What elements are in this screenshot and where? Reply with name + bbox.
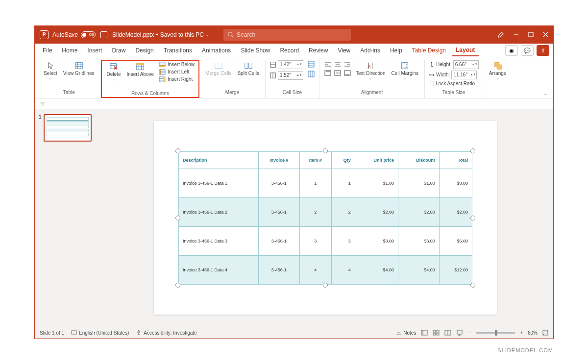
resize-handle[interactable]	[323, 283, 328, 288]
table-header[interactable]: Total	[439, 151, 472, 169]
table-cell[interactable]: $3.00	[398, 226, 440, 255]
table-header[interactable]: Item #	[299, 151, 331, 169]
align-left-icon[interactable]	[323, 60, 332, 68]
split-cells-button[interactable]: Split Cells	[235, 60, 261, 77]
data-table[interactable]: DescriptionInvoice #Item #QtyUnit priceD…	[178, 151, 472, 285]
record-indicator[interactable]: ◉	[505, 45, 518, 56]
slide-canvas[interactable]: DescriptionInvoice #Item #QtyUnit priceD…	[98, 109, 553, 327]
tab-slide-show[interactable]: Slide Show	[237, 45, 274, 56]
slide-thumbnail-1[interactable]	[44, 114, 92, 142]
table-cell[interactable]: 4	[331, 255, 355, 284]
tab-home[interactable]: Home	[58, 45, 81, 56]
table-cell[interactable]: $4.00	[355, 255, 398, 284]
tab-record[interactable]: Record	[276, 45, 303, 56]
tab-design[interactable]: Design	[131, 45, 157, 56]
table-cell[interactable]: 1	[299, 169, 331, 197]
table-cell[interactable]: $1.00	[355, 169, 398, 197]
table-cell[interactable]: 2	[299, 197, 331, 226]
tab-transitions[interactable]: Transitions	[160, 45, 196, 56]
table-cell[interactable]: Invoice 3-456-1 Data 2	[179, 197, 259, 226]
resize-handle[interactable]	[175, 283, 180, 288]
table-cell[interactable]: 3-456-1	[258, 226, 299, 255]
slideshow-view-icon[interactable]	[456, 330, 463, 336]
zoom-slider[interactable]	[476, 332, 515, 334]
lock-aspect-checkbox[interactable]: Lock Aspect Ratio	[429, 81, 479, 87]
tab-review[interactable]: Review	[305, 45, 332, 56]
table-cell[interactable]: 3	[299, 226, 331, 255]
table-cell[interactable]: Invoice 3-456-1 Data 1	[179, 169, 259, 197]
table-cell[interactable]: 4	[299, 255, 331, 284]
resize-handle[interactable]	[323, 148, 328, 153]
cell-margins-button[interactable]: Cell Margins⌄	[389, 60, 420, 81]
merge-cells-button[interactable]: Merge Cells	[203, 60, 233, 77]
col-width-input[interactable]: 1.52"▲▼	[278, 71, 303, 80]
table-cell[interactable]: 1	[331, 169, 355, 197]
align-top-icon[interactable]	[323, 69, 332, 77]
table-width-input[interactable]: 11.16"▲▼	[451, 71, 477, 79]
table-cell[interactable]: 3-456-1	[258, 197, 299, 226]
table-cell[interactable]: $1.00	[398, 169, 440, 197]
table-cell[interactable]: $2.00	[398, 197, 440, 226]
normal-view-icon[interactable]	[421, 330, 428, 336]
tab-draw[interactable]: Draw	[108, 45, 129, 56]
table-cell[interactable]: $3.00	[355, 226, 398, 255]
resize-handle[interactable]	[470, 216, 475, 220]
resize-handle[interactable]	[470, 148, 475, 153]
zoom-level[interactable]: 60%	[528, 330, 538, 336]
text-direction-button[interactable]: A Text Direction⌄	[354, 60, 388, 81]
table-header[interactable]: Qty	[331, 151, 355, 169]
save-icon[interactable]	[100, 31, 107, 38]
tab-view[interactable]: View	[334, 45, 354, 56]
tab-animations[interactable]: Animations	[198, 45, 235, 56]
delete-button[interactable]: Delete⌄	[105, 61, 123, 82]
table-cell[interactable]: $2.00	[355, 197, 398, 226]
slide-counter[interactable]: Slide 1 of 1	[40, 330, 64, 336]
close-button[interactable]	[542, 32, 548, 38]
reading-view-icon[interactable]	[444, 330, 451, 336]
resize-handle[interactable]	[175, 216, 180, 220]
table-row[interactable]: Invoice 3-456-1 Data 23-456-122$2.00$2.0…	[179, 197, 472, 226]
table-row[interactable]: Invoice 3-456-1 Data 43-456-144$4.00$4.0…	[179, 255, 472, 284]
tab-insert[interactable]: Insert	[83, 45, 106, 56]
table-header[interactable]: Discount	[398, 151, 440, 169]
notes-button[interactable]: Notes	[396, 330, 416, 336]
select-button[interactable]: Select⌄	[42, 60, 59, 81]
insert-left-button[interactable]: Insert Left	[158, 69, 196, 75]
zoom-out-button[interactable]: −	[468, 330, 471, 336]
distribute-cols-icon[interactable]	[307, 70, 315, 78]
table-cell[interactable]: 3-456-1	[258, 169, 299, 197]
collapse-ribbon-icon[interactable]: ⌄	[540, 89, 550, 98]
share-button[interactable]: ⇧	[537, 45, 549, 56]
table-header[interactable]: Description	[179, 151, 259, 169]
table-height-input[interactable]: 6.66"▲▼	[453, 60, 479, 69]
table-cell[interactable]: 3	[331, 226, 355, 255]
selected-table[interactable]: DescriptionInvoice #Item #QtyUnit priceD…	[178, 151, 472, 285]
distribute-rows-icon[interactable]	[307, 60, 315, 68]
table-cell[interactable]: $4.00	[398, 255, 440, 284]
table-cell[interactable]: $6.00	[439, 226, 472, 255]
insert-below-button[interactable]: Insert Below	[158, 61, 196, 68]
minimize-button[interactable]	[513, 32, 519, 38]
language-status[interactable]: English (United States)	[71, 330, 129, 336]
qat-dropdown-icon[interactable]: ▽	[41, 101, 45, 106]
table-header[interactable]: Invoice #	[258, 151, 299, 169]
tab-file[interactable]: File	[39, 45, 56, 56]
resize-handle[interactable]	[470, 283, 475, 288]
table-cell[interactable]: $0.00	[439, 169, 472, 197]
align-bottom-icon[interactable]	[343, 69, 352, 77]
row-height-input[interactable]: 1.42"▲▼	[278, 60, 303, 69]
maximize-button[interactable]	[528, 32, 534, 38]
table-cell[interactable]: 2	[331, 197, 355, 226]
resize-handle[interactable]	[175, 148, 180, 153]
tab-table-design[interactable]: Table Design	[408, 45, 450, 56]
tab-help[interactable]: Help	[386, 45, 406, 56]
tab-add-ins[interactable]: Add-ins	[356, 45, 384, 56]
table-cell[interactable]: 3-456-1	[258, 255, 299, 284]
autosave-toggle[interactable]: AutoSave Off	[52, 31, 96, 38]
arrange-button[interactable]: Arrange⌄	[487, 60, 509, 81]
search-box[interactable]: Search	[223, 29, 351, 41]
table-cell[interactable]: Invoice 3-456-1 Data 3	[179, 226, 259, 255]
table-cell[interactable]: Invoice 3-456-1 Data 4	[179, 255, 259, 284]
comments-button[interactable]: 💬	[521, 45, 534, 56]
table-row[interactable]: Invoice 3-456-1 Data 13-456-111$1.00$1.0…	[179, 169, 472, 197]
